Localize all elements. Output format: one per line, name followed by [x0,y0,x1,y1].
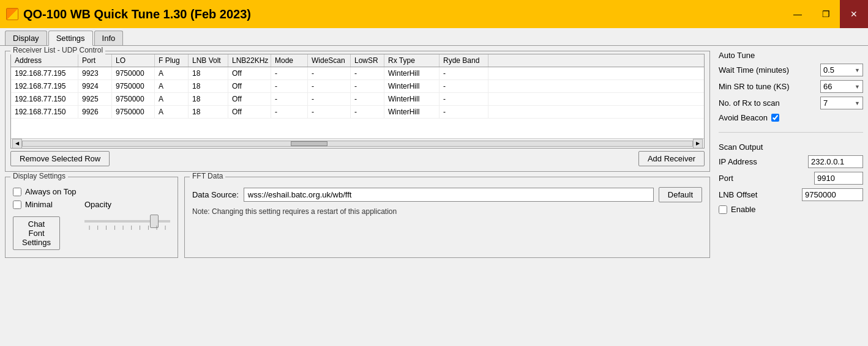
wait-time-row: Wait Time (minutes) 0.5 ▼ [719,64,863,76]
avoid-beacon-checkbox[interactable] [771,114,779,122]
col-lowsr: LowSR [351,54,384,67]
minimal-checkbox[interactable] [13,201,21,209]
num-rx-arrow: ▼ [855,100,860,106]
minimal-row: Minimal [13,200,60,209]
min-sr-row: Min SR to tune (KS) 66 ▼ [719,80,863,93]
avoid-beacon-row: Avoid Beacon [719,113,863,122]
fft-source-row: Data Source: Default [192,187,702,202]
receiver-buttons-row: Remove Selected Row Add Receiver [10,151,705,166]
add-receiver-button[interactable]: Add Receiver [638,151,705,166]
title-bar-left: QO-100 WB Quick Tune 1.30 (Feb 2023) [6,7,251,21]
wait-time-select[interactable]: 0.5 ▼ [820,64,863,76]
receiver-table: Address Port LO F Plug LNB Volt LNB22KHz… [10,54,705,149]
chat-font-button[interactable]: Chat Font Settings [13,216,60,250]
horizontal-scrollbar[interactable]: ◀ ▶ [11,138,704,148]
scrollbar-track[interactable] [22,141,693,147]
col-rydeband: Ryde Band [440,54,488,67]
receiver-list-label: Receiver List - UDP Control [10,46,105,54]
tab-info[interactable]: Info [94,31,124,45]
fft-data-label: FFT Data [190,172,225,180]
always-on-top-label: Always on Top [25,187,77,196]
enable-label: Enable [731,205,755,214]
left-checkboxes: Minimal Chat Font Settings [13,200,60,250]
auto-tune-title: Auto Tune [719,51,863,60]
minimal-label: Minimal [25,200,53,209]
fft-data-group: FFT Data Data Source: Default Note: Chan… [184,177,710,258]
table-row[interactable]: 192.168.77.195 9923 9750000 A 18 Off - -… [11,67,704,80]
col-widescan: WideScan [308,54,351,67]
always-on-top-checkbox[interactable] [13,188,21,196]
num-rx-value: 7 [823,98,828,108]
opacity-section: Opacity ||||| ||||| [84,200,170,230]
minimize-button[interactable]: — [784,0,812,28]
scan-output-section: Scan Output IP Address Port LNB Offset E… [719,142,863,218]
window-title: QO-100 WB Quick Tune 1.30 (Feb 2023) [23,7,251,21]
min-sr-value: 66 [823,82,832,91]
divider [719,132,863,133]
avoid-beacon-label: Avoid Beacon [719,113,768,122]
right-panel: Auto Tune Wait Time (minutes) 0.5 ▼ Min … [716,51,863,339]
lnb-offset-input[interactable] [802,188,863,201]
auto-tune-section: Auto Tune Wait Time (minutes) 0.5 ▼ Min … [719,51,863,122]
app-icon [6,8,18,20]
opacity-row: Opacity [84,200,170,209]
wait-time-arrow: ▼ [855,67,860,73]
main-content: Receiver List - UDP Control Address Port… [0,46,868,344]
table-row[interactable]: 192.168.77.150 9926 9750000 A 18 Off - -… [11,106,704,119]
opacity-label: Opacity [84,200,111,209]
ip-address-label: IP Address [719,157,757,166]
col-port: Port [78,54,112,67]
min-sr-select[interactable]: 66 ▼ [820,80,863,93]
scroll-left-btn[interactable]: ◀ [12,139,22,149]
col-lnbvolt: LNB Volt [189,54,228,67]
num-rx-row: No. of Rx to scan 7 ▼ [719,97,863,109]
fft-note: Note: Changing this setting requires a r… [192,207,702,216]
min-sr-arrow: ▼ [855,84,860,90]
lnb-offset-label: LNB Offset [719,190,757,199]
fft-source-label: Data Source: [192,190,239,199]
ip-address-input[interactable] [808,155,863,168]
tab-settings[interactable]: Settings [48,31,93,46]
wait-time-value: 0.5 [823,65,834,75]
col-lo: LO [112,54,155,67]
remove-row-button[interactable]: Remove Selected Row [10,151,110,166]
ip-address-row: IP Address [719,155,863,168]
table-row[interactable]: 192.168.77.195 9924 9750000 A 18 Off - -… [11,80,704,93]
close-button[interactable]: ✕ [840,0,868,28]
tab-display[interactable]: Display [5,31,47,45]
always-on-top-row: Always on Top [13,187,170,196]
window-controls: — ❐ ✕ [784,0,868,28]
tabs-bar: Display Settings Info [0,28,868,46]
col-address: Address [11,54,78,67]
enable-row: Enable [719,205,863,214]
num-rx-select[interactable]: 7 ▼ [820,97,863,109]
fft-source-input[interactable] [244,188,654,202]
display-settings-group: Display Settings Always on Top Minimal C… [5,177,178,258]
table-row[interactable]: 192.168.77.150 9925 9750000 A 18 Off - -… [11,93,704,106]
col-rxtype: Rx Type [384,54,440,67]
port-label: Port [719,174,733,183]
enable-checkbox[interactable] [719,205,727,214]
scan-output-title: Scan Output [719,142,863,152]
bottom-panels: Display Settings Always on Top Minimal C… [5,177,710,258]
wait-time-label: Wait Time (minutes) [719,65,789,75]
port-input[interactable] [814,172,863,185]
receiver-list-group: Receiver List - UDP Control Address Port… [5,51,710,172]
min-sr-label: Min SR to tune (KS) [719,82,790,91]
col-mode: Mode [271,54,308,67]
lnb-offset-row: LNB Offset [719,188,863,201]
port-row: Port [719,172,863,185]
scroll-right-btn[interactable]: ▶ [693,139,703,149]
col-fplug: F Plug [155,54,189,67]
fft-default-button[interactable]: Default [659,187,702,202]
num-rx-label: No. of Rx to scan [719,98,780,108]
col-lnb22: LNB22KHz [228,54,271,67]
display-settings-label: Display Settings [10,172,68,180]
scrollbar-thumb[interactable] [291,141,327,146]
restore-button[interactable]: ❐ [812,0,840,28]
opacity-slider[interactable] [84,220,170,223]
table-body[interactable]: 192.168.77.195 9923 9750000 A 18 Off - -… [11,67,704,138]
title-bar: QO-100 WB Quick Tune 1.30 (Feb 2023) — ❐… [0,0,868,28]
table-header: Address Port LO F Plug LNB Volt LNB22KHz… [11,54,704,67]
left-panel: Receiver List - UDP Control Address Port… [5,51,710,339]
